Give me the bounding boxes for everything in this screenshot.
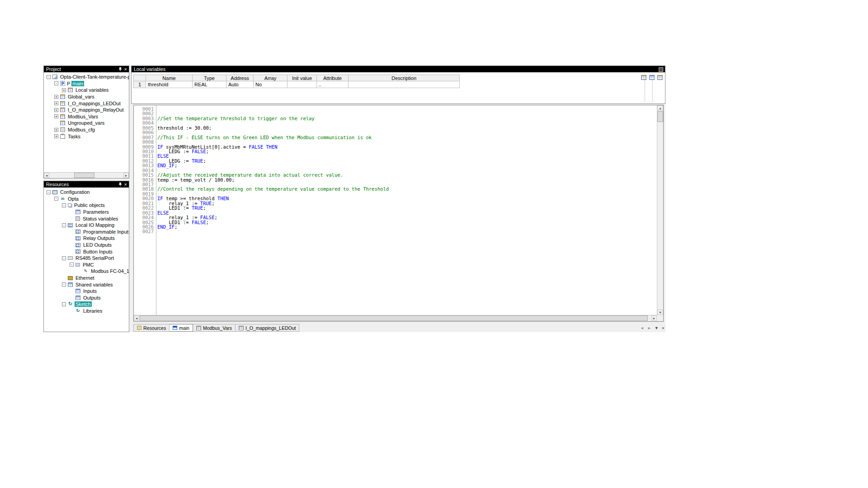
tree-item-ungrouped-vars[interactable]: Ungrouped_vars: [44, 120, 129, 127]
code-line[interactable]: 0021 relay_1 := TRUE;: [134, 201, 657, 206]
tree-item-i-o-mappings-relayout[interactable]: +I_O_mappings_RelayOut: [44, 107, 129, 113]
row-number-cell[interactable]: 1: [133, 81, 146, 88]
tree-item-programmable-inputs[interactable]: Programmable Inputs: [44, 229, 129, 235]
hscroll-thumb[interactable]: [140, 315, 648, 321]
tree-item-sketch[interactable]: -↻Sketch: [44, 301, 129, 308]
expand-icon[interactable]: +: [54, 101, 58, 105]
code-line[interactable]: 0027: [134, 229, 657, 234]
code-line[interactable]: 0003//Set the temperature threshold to t…: [134, 116, 657, 121]
tab-list-icon[interactable]: ▼: [655, 326, 659, 330]
code-area[interactable]: 000100020003//Set the temperature thresh…: [134, 105, 657, 315]
collapse-icon[interactable]: -: [47, 190, 51, 194]
tree-item-pmc[interactable]: -PMC: [44, 262, 129, 268]
tree-item-libraries[interactable]: ↻Libraries: [44, 308, 129, 314]
scroll-up-icon[interactable]: ▲: [657, 105, 663, 111]
collapse-icon[interactable]: -: [47, 75, 51, 79]
table-cell[interactable]: REAL: [193, 81, 226, 88]
tree-item-ethernet[interactable]: Ethernet: [44, 275, 129, 282]
tree-item-rs485-serialport[interactable]: -RS485 SerialPort: [44, 255, 129, 262]
panel-options-icon[interactable]: [659, 67, 663, 72]
code-line[interactable]: 0018//Control the relays depending on th…: [134, 187, 657, 191]
collapse-icon[interactable]: -: [70, 263, 74, 267]
code-line[interactable]: 0007//This IF - ELSE turns on the Green …: [134, 135, 657, 140]
column-header-array[interactable]: Array: [254, 75, 288, 81]
tree-item-local-io-mapping[interactable]: -Local IO Mapping: [44, 222, 129, 229]
tree-item-configuration[interactable]: -Configuration: [44, 189, 129, 196]
table-cell[interactable]: No: [254, 81, 288, 88]
tree-item-modbus-vars[interactable]: +Modbus_Vars: [44, 113, 129, 120]
table-grid-icon-3[interactable]: [657, 75, 663, 80]
pin-icon[interactable]: [118, 67, 122, 71]
tree-item-inputs[interactable]: Inputs: [44, 288, 129, 295]
tree-item-main[interactable]: -PPmain: [44, 80, 129, 87]
hscroll-track[interactable]: [49, 173, 123, 178]
scroll-tabs-right-icon[interactable]: ►: [647, 326, 651, 330]
collapse-icon[interactable]: -: [54, 197, 58, 201]
tree-item-opta-client-tank-temperature-p[interactable]: -Opta-Client-Tank-temperature-p: [44, 74, 129, 80]
table-cell[interactable]: [349, 81, 460, 88]
expand-icon[interactable]: +: [54, 108, 58, 112]
table-row[interactable]: 1thresholdREALAutoNo..: [133, 81, 460, 88]
editor-hscrollbar[interactable]: ◄ ►: [134, 315, 657, 321]
code-line[interactable]: 0024 relay_1 := FALSE;: [134, 215, 657, 220]
table-cell[interactable]: Auto: [226, 81, 254, 88]
tab-main[interactable]: main: [170, 324, 193, 332]
column-header-description[interactable]: Description: [349, 75, 460, 81]
tab-i-o-mappings-ledout[interactable]: I_O_mappings_LEDOut: [236, 324, 299, 332]
code-line[interactable]: 0026END_IF;: [134, 225, 657, 229]
tree-item-modbus-cfg[interactable]: +Modbus_cfg: [44, 127, 129, 133]
tree-item-global-vars[interactable]: +Global_vars: [44, 94, 129, 100]
editor-vscrollbar[interactable]: ▲ ▼: [657, 105, 663, 315]
collapse-icon[interactable]: -: [62, 302, 66, 306]
tree-item-local-variables[interactable]: +Local variables: [44, 87, 129, 94]
st-code-editor[interactable]: 000100020003//Set the temperature thresh…: [133, 105, 664, 322]
close-tab-icon[interactable]: ×: [662, 325, 665, 331]
table-grid-icon-2[interactable]: [649, 75, 655, 80]
code-line[interactable]: 0012 LEDG := TRUE;: [134, 159, 657, 163]
scroll-down-icon[interactable]: ▼: [657, 310, 663, 315]
column-header-init-value[interactable]: Init value: [288, 75, 317, 81]
table-cell[interactable]: ..: [317, 81, 349, 88]
scroll-left-icon[interactable]: ◄: [134, 315, 139, 321]
code-line[interactable]: 0004: [134, 121, 657, 125]
table-cell[interactable]: threshold: [146, 81, 193, 88]
tree-item-tasks[interactable]: +Tasks: [44, 133, 129, 140]
table-grid-icon-1[interactable]: [641, 75, 646, 80]
code-line[interactable]: 0001: [134, 107, 657, 111]
tree-item-status-variables[interactable]: Status variables: [44, 215, 129, 222]
collapse-icon[interactable]: -: [62, 282, 66, 286]
code-line[interactable]: 0011ELSE: [134, 154, 657, 158]
scroll-tabs-left-icon[interactable]: ◄: [640, 326, 644, 330]
code-line[interactable]: 0013END_IF;: [134, 163, 657, 168]
tree-item-led-outputs[interactable]: LED Outputs: [44, 242, 129, 249]
row-number-header[interactable]: [133, 75, 146, 81]
collapse-icon[interactable]: -: [62, 223, 66, 227]
pin-icon[interactable]: [118, 183, 122, 187]
tree-item-parameters[interactable]: Parameters: [44, 209, 129, 216]
code-line[interactable]: 0005threshold := 30.00;: [134, 126, 657, 130]
code-line[interactable]: 0009IF sysMbMRtuNetList[0].active = FALS…: [134, 145, 657, 149]
tree-item-relay-outputs[interactable]: Relay Outputs: [44, 235, 129, 242]
tree-item-button-inputs[interactable]: Button Inputs: [44, 248, 129, 255]
vscroll-thumb[interactable]: [657, 111, 663, 122]
code-line[interactable]: 0016temp := temp_volt / 100.00;: [134, 178, 657, 182]
scroll-left-icon[interactable]: ◄: [44, 173, 49, 178]
code-line[interactable]: 0010 LEDG := FALSE;: [134, 149, 657, 154]
tree-item-public-objects[interactable]: -Public objects: [44, 202, 129, 209]
expand-icon[interactable]: +: [54, 95, 58, 99]
table-cell[interactable]: [288, 81, 317, 88]
code-line[interactable]: 0022 LED1 := TRUE;: [134, 206, 657, 210]
scroll-right-icon[interactable]: ►: [123, 173, 129, 178]
collapse-icon[interactable]: -: [54, 81, 58, 85]
tree-item-shared-variables[interactable]: -Shared variables: [44, 281, 129, 288]
tree-item-opta[interactable]: -∞Opta: [44, 196, 129, 202]
column-header-address[interactable]: Address: [226, 75, 254, 81]
tab-resources[interactable]: Resources: [133, 324, 170, 332]
expand-icon[interactable]: +: [62, 88, 66, 92]
expand-icon[interactable]: +: [54, 134, 58, 138]
hscroll-thumb[interactable]: [74, 173, 94, 178]
column-header-attribute[interactable]: Attribute: [317, 75, 349, 81]
collapse-icon[interactable]: -: [62, 203, 66, 207]
hscroll-track[interactable]: [139, 315, 651, 321]
tree-item-outputs[interactable]: Outputs: [44, 295, 129, 301]
